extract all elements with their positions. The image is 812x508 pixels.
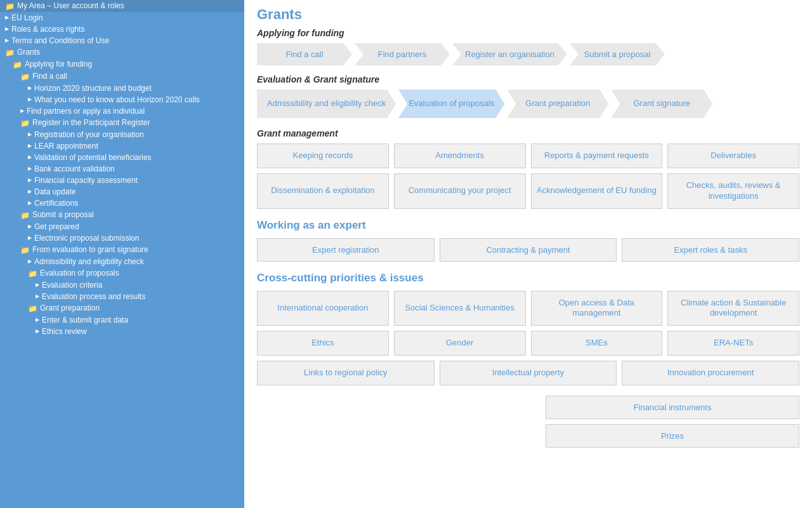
sidebar-item-bank[interactable]: Bank account validation bbox=[0, 163, 244, 175]
page-title: Grants bbox=[257, 6, 799, 23]
folder-icon: 📁 bbox=[20, 119, 30, 128]
sidebar-item-grant-prep[interactable]: 📁 Grant preparation bbox=[0, 302, 244, 314]
folder-icon: 📁 bbox=[13, 60, 22, 69]
sidebar-item-find-call[interactable]: 📁 Find a call bbox=[0, 70, 244, 83]
grant-btn-reports[interactable]: Reports & payment requests bbox=[531, 144, 663, 168]
cross-btn-intl[interactable]: International cooperation bbox=[257, 291, 389, 326]
grant-btn-checks[interactable]: Checks, audits, reviews & investigations bbox=[667, 173, 799, 209]
folder-icon: 📁 bbox=[20, 246, 30, 255]
grant-btn-acknowledgement[interactable]: Acknowledgement of EU funding bbox=[531, 173, 663, 209]
folder-icon: 📁 bbox=[28, 304, 37, 313]
cross-btn-ip[interactable]: Intellectual property bbox=[440, 361, 617, 385]
cross-btn-links-regional[interactable]: Links to regional policy bbox=[257, 361, 435, 385]
cross-row2: Ethics Gender SMEs ERA-NETs bbox=[257, 331, 799, 356]
grant-btn-dissemination[interactable]: Dissemination & exploitation bbox=[257, 173, 389, 209]
sidebar-item-terms[interactable]: Terms and Conditions of Use bbox=[0, 35, 244, 46]
grant-btn-amendments[interactable]: Amendments bbox=[394, 144, 526, 168]
grant-mgmt-section: Keeping records Amendments Reports & pay… bbox=[257, 144, 799, 209]
sidebar-item-get-prepared[interactable]: Get prepared bbox=[0, 221, 244, 232]
sidebar-item-enter-submit[interactable]: Enter & submit grant data bbox=[0, 314, 244, 326]
flow-btn-register-org[interactable]: Register an organisation bbox=[452, 43, 567, 65]
sidebar-item-data-update[interactable]: Data update bbox=[0, 186, 244, 197]
expert-btn-contracting[interactable]: Contracting & payment bbox=[440, 238, 617, 262]
cross-btn-smes[interactable]: SMEs bbox=[531, 331, 663, 356]
folder-icon: 📁 bbox=[28, 269, 37, 278]
expert-btn-registration[interactable]: Expert registration bbox=[257, 238, 435, 262]
sidebar-item-eu-login[interactable]: EU Login bbox=[0, 12, 244, 23]
cross-btn-era-nets[interactable]: ERA-NETs bbox=[667, 331, 799, 356]
folder-icon: 📁 bbox=[5, 2, 15, 11]
cross-btn-ethics[interactable]: Ethics bbox=[257, 331, 389, 356]
sidebar-item-roles-access[interactable]: Roles & access rights bbox=[0, 23, 244, 35]
eval-btn-eval-proposals[interactable]: Evaluation of proposals bbox=[398, 90, 504, 118]
applying-title: Applying for funding bbox=[257, 28, 799, 38]
cross-title: Cross-cutting priorities & issues bbox=[257, 272, 799, 284]
bottom-section: Financial instruments Prizes bbox=[546, 396, 799, 448]
cross-btn-open-access[interactable]: Open access & Data management bbox=[531, 291, 663, 326]
grant-btn-communicating[interactable]: Communicating your project bbox=[394, 173, 526, 209]
grant-mgmt-row1: Keeping records Amendments Reports & pay… bbox=[257, 144, 799, 168]
sidebar-item-what-know[interactable]: What you need to know about Horizon 2020… bbox=[0, 94, 244, 105]
cross-btn-innovation[interactable]: Innovation procurement bbox=[622, 361, 799, 385]
folder-icon: 📁 bbox=[20, 72, 30, 81]
cross-btn-climate[interactable]: Climate action & Sustainable development bbox=[667, 291, 799, 326]
grant-mgmt-title: Grant management bbox=[257, 128, 799, 138]
flow-btn-submit-proposal[interactable]: Submit a proposal bbox=[570, 43, 665, 65]
eval-btn-grant-prep[interactable]: Grant preparation bbox=[507, 90, 608, 118]
grant-btn-keeping[interactable]: Keeping records bbox=[257, 144, 389, 168]
sidebar-item-from-eval[interactable]: 📁 From evaluation to grant signature bbox=[0, 244, 244, 256]
main-content: Grants Applying for funding Find a call … bbox=[244, 0, 812, 508]
working-expert-title: Working as an expert bbox=[257, 219, 799, 232]
sidebar-item-applying[interactable]: 📁 Applying for funding bbox=[0, 58, 244, 70]
bottom-btn-prizes[interactable]: Prizes bbox=[546, 424, 799, 448]
cross-btn-gender[interactable]: Gender bbox=[394, 331, 526, 356]
grant-btn-deliverables[interactable]: Deliverables bbox=[667, 144, 799, 168]
sidebar-item-electronic[interactable]: Electronic proposal submission bbox=[0, 232, 244, 244]
sidebar-item-submit[interactable]: 📁 Submit a proposal bbox=[0, 209, 244, 221]
flow-btn-find-call[interactable]: Find a call bbox=[257, 43, 352, 65]
eval-btn-admissibility[interactable]: Admissibility and eligibility check bbox=[257, 90, 396, 118]
sidebar-item-find-partners[interactable]: Find partners or apply as individual bbox=[0, 105, 244, 117]
sidebar-item-my-area[interactable]: 📁 My Area – User account & roles bbox=[0, 0, 244, 12]
sidebar-item-register[interactable]: 📁 Register in the Participant Register bbox=[0, 117, 244, 129]
eval-title: Evaluation & Grant signature bbox=[257, 74, 799, 84]
expert-btn-roles[interactable]: Expert roles & tasks bbox=[622, 238, 799, 262]
applying-flow: Find a call Find partners Register an or… bbox=[257, 43, 799, 65]
cross-row1: International cooperation Social Science… bbox=[257, 291, 799, 326]
grant-mgmt-row2: Dissemination & exploitation Communicati… bbox=[257, 173, 799, 209]
sidebar-item-financial[interactable]: Financial capacity assessment bbox=[0, 175, 244, 186]
cross-section: International cooperation Social Science… bbox=[257, 291, 799, 386]
folder-icon: 📁 bbox=[5, 48, 15, 57]
sidebar-item-eval-process[interactable]: Evaluation process and results bbox=[0, 291, 244, 302]
cross-row3: Links to regional policy Intellectual pr… bbox=[257, 361, 799, 385]
bottom-btn-financial[interactable]: Financial instruments bbox=[546, 396, 799, 419]
flow-btn-find-partners[interactable]: Find partners bbox=[355, 43, 450, 65]
sidebar-item-certifications[interactable]: Certifications bbox=[0, 197, 244, 209]
sidebar-item-reg-org[interactable]: Registration of your organisation bbox=[0, 129, 244, 140]
folder-icon: 📁 bbox=[20, 211, 30, 220]
sidebar-item-validation[interactable]: Validation of potential beneficiaries bbox=[0, 152, 244, 163]
cross-btn-social[interactable]: Social Sciences & Humanities bbox=[394, 291, 526, 326]
expert-section: Expert registration Contracting & paymen… bbox=[257, 238, 799, 262]
eval-flow: Admissibility and eligibility check Eval… bbox=[257, 90, 799, 118]
sidebar-item-lear[interactable]: LEAR appointment bbox=[0, 140, 244, 152]
eval-btn-grant-sig[interactable]: Grant signature bbox=[611, 90, 712, 118]
sidebar: 📁 My Area – User account & roles EU Logi… bbox=[0, 0, 244, 508]
sidebar-item-grants[interactable]: 📁 Grants bbox=[0, 46, 244, 58]
sidebar-item-horizon[interactable]: Horizon 2020 structure and budget bbox=[0, 83, 244, 94]
sidebar-item-eval-proposals[interactable]: 📁 Evaluation of proposals bbox=[0, 267, 244, 279]
sidebar-item-admissibility[interactable]: Admissibility and eligibility check bbox=[0, 256, 244, 267]
sidebar-item-eval-criteria[interactable]: Evaluation criteria bbox=[0, 279, 244, 291]
sidebar-item-ethics-review[interactable]: Ethics review bbox=[0, 326, 244, 337]
